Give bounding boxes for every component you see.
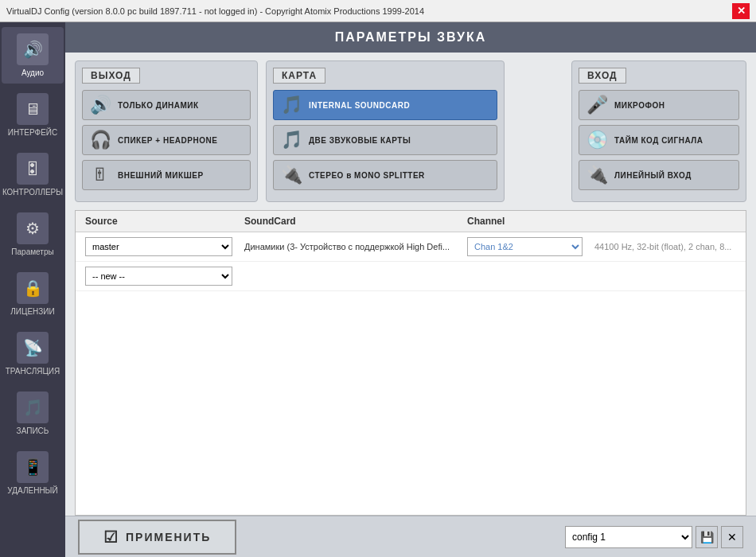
icon-speaker-headphone: 🎧 bbox=[89, 130, 111, 150]
table-area: Source SoundCard Channel master Динамики… bbox=[75, 210, 746, 516]
cell-info-new bbox=[591, 275, 739, 278]
vhod-buttons: 🎤 МИКРОФОН 💿 ТАЙМ КОД СИГНАЛА 🔌 ЛИНЕЙНЫЙ… bbox=[579, 90, 739, 190]
vyhod-section: ВЫХОД 🔊 ТОЛЬКО ДИНАМИК 🎧 СПИКЕР + HEADPH… bbox=[75, 60, 258, 202]
icon-internal-soundcard: 🎵 bbox=[280, 95, 302, 115]
sidebar-item-interface[interactable]: 🖥 ИНТЕРФЕЙС bbox=[2, 87, 64, 143]
label-two-soundcards: ДВЕ ЗВУКОВЫЕ КАРТЫ bbox=[309, 135, 411, 146]
sidebar-item-license[interactable]: 🔒 ЛИЦЕНЗИИ bbox=[2, 266, 64, 322]
sidebar-icon-interface: 🖥 bbox=[17, 93, 49, 125]
vhod-section: ВХОД 🎤 МИКРОФОН 💿 ТАЙМ КОД СИГНАЛА 🔌 ЛИН… bbox=[571, 60, 746, 202]
sidebar-label-record: ЗАПИСЬ bbox=[17, 427, 49, 435]
content-area: ПАРАМЕТРЫ ЗВУКА ВЫХОД 🔊 ТОЛЬКО ДИНАМИК 🎧… bbox=[65, 22, 756, 557]
cell-channel: Chan 1&2 bbox=[464, 236, 591, 258]
table-rows: master Динамики (3- Устройство с поддерж… bbox=[76, 232, 746, 291]
label-external-mixer: ВНЕШНИЙ МИКШЕР bbox=[118, 170, 204, 181]
btn-external-mixer[interactable]: 🎚 ВНЕШНИЙ МИКШЕР bbox=[82, 160, 251, 190]
label-only-speaker: ТОЛЬКО ДИНАМИК bbox=[118, 100, 199, 111]
sidebar-item-broadcast[interactable]: 📡 ТРАНСЛЯЦИЯ bbox=[2, 325, 64, 382]
col-soundcard: SoundCard bbox=[241, 214, 464, 228]
sidebar-label-interface: ИНТЕРФЕЙС bbox=[8, 128, 57, 137]
channel-select[interactable]: Chan 1&2 bbox=[467, 237, 583, 256]
sidebar-icon-license: 🔒 bbox=[17, 272, 49, 304]
cell-source: master bbox=[82, 236, 241, 258]
sidebar: 🔊 Аудио 🖥 ИНТЕРФЕЙС 🎛 КОНТРОЛЛЕРЫ ⚙ Пара… bbox=[0, 22, 65, 557]
config-section: config 1 config 2 config 3 💾 ✕ bbox=[565, 526, 743, 548]
sidebar-item-remote[interactable]: 📱 УДАЛЕННЫЙ bbox=[2, 445, 64, 501]
vhod-title: ВХОД bbox=[579, 68, 626, 84]
icon-external-mixer: 🎚 bbox=[89, 165, 111, 185]
sidebar-icon-settings: ⚙ bbox=[17, 212, 49, 244]
icon-stereo-mono: 🔌 bbox=[280, 165, 302, 185]
cell-soundcard-new bbox=[241, 275, 464, 278]
titlebar: VirtualDJ Config (version 8.0.0 pc build… bbox=[0, 0, 756, 22]
sidebar-item-settings[interactable]: ⚙ Параметры bbox=[2, 206, 64, 263]
sidebar-label-audio: Аудио bbox=[21, 68, 44, 77]
cell-channel-new bbox=[464, 275, 591, 278]
cell-info: 44100 Hz, 32-bit (float), 2 chan, 8... bbox=[591, 240, 739, 253]
sidebar-label-controllers: КОНТРОЛЛЕРЫ bbox=[2, 188, 63, 197]
source-select-new[interactable]: -- new -- bbox=[85, 267, 232, 286]
spacer bbox=[512, 60, 563, 202]
btn-stereo-mono[interactable]: 🔌 СТЕРЕО в MONO SPLITTER bbox=[273, 160, 497, 190]
karta-section: КАРТА 🎵 INTERNAL SOUNDCARD 🎵 ДВЕ ЗВУКОВЫ… bbox=[266, 60, 505, 202]
label-line-in: ЛИНЕЙНЫЙ ВХОД bbox=[614, 170, 692, 181]
col-channel: Channel bbox=[464, 214, 591, 228]
btn-internal-soundcard[interactable]: 🎵 INTERNAL SOUNDCARD bbox=[273, 90, 497, 120]
sidebar-icon-controllers: 🎛 bbox=[17, 153, 49, 185]
sidebar-item-record[interactable]: 🎵 ЗАПИСЬ bbox=[2, 385, 64, 442]
btn-two-soundcards[interactable]: 🎵 ДВЕ ЗВУКОВЫЕ КАРТЫ bbox=[273, 125, 497, 155]
sidebar-item-audio[interactable]: 🔊 Аудио bbox=[2, 27, 64, 84]
col-source: Source bbox=[82, 214, 241, 228]
sidebar-label-remote: УДАЛЕННЫЙ bbox=[7, 486, 57, 495]
col-info bbox=[591, 214, 739, 228]
bottom-bar: ☑ ПРИМЕНИТЬ config 1 config 2 config 3 💾… bbox=[65, 516, 756, 557]
sidebar-icon-record: 🎵 bbox=[17, 391, 49, 423]
label-timecode: ТАЙМ КОД СИГНАЛА bbox=[614, 135, 703, 146]
save-config-button[interactable]: 💾 bbox=[696, 526, 718, 548]
delete-config-button[interactable]: ✕ bbox=[721, 526, 743, 548]
cards-area: ВЫХОД 🔊 ТОЛЬКО ДИНАМИК 🎧 СПИКЕР + HEADPH… bbox=[65, 53, 756, 210]
sidebar-icon-remote: 📱 bbox=[17, 451, 49, 483]
label-stereo-mono: СТЕРЕО в MONO SPLITTER bbox=[309, 170, 425, 181]
sidebar-label-broadcast: ТРАНСЛЯЦИЯ bbox=[6, 367, 60, 376]
btn-speaker-headphone[interactable]: 🎧 СПИКЕР + HEADPHONE bbox=[82, 125, 251, 155]
icon-two-soundcards: 🎵 bbox=[280, 130, 302, 150]
icon-timecode: 💿 bbox=[586, 130, 608, 150]
apply-button[interactable]: ☑ ПРИМЕНИТЬ bbox=[78, 520, 236, 555]
sidebar-label-settings: Параметры bbox=[11, 247, 53, 256]
label-speaker-headphone: СПИКЕР + HEADPHONE bbox=[118, 135, 217, 146]
config-select[interactable]: config 1 config 2 config 3 bbox=[565, 526, 692, 548]
icon-line-in: 🔌 bbox=[586, 165, 608, 185]
vyhod-buttons: 🔊 ТОЛЬКО ДИНАМИК 🎧 СПИКЕР + HEADPHONE 🎚 … bbox=[82, 90, 251, 190]
source-select[interactable]: master bbox=[85, 237, 232, 256]
karta-title: КАРТА bbox=[273, 68, 325, 84]
table-row: -- new -- bbox=[76, 262, 746, 291]
karta-buttons: 🎵 INTERNAL SOUNDCARD 🎵 ДВЕ ЗВУКОВЫЕ КАРТ… bbox=[273, 90, 497, 190]
label-internal-soundcard: INTERNAL SOUNDCARD bbox=[309, 100, 410, 111]
sidebar-icon-audio: 🔊 bbox=[17, 33, 49, 65]
btn-microphone[interactable]: 🎤 МИКРОФОН bbox=[579, 90, 739, 120]
label-microphone: МИКРОФОН bbox=[614, 100, 664, 111]
btn-line-in[interactable]: 🔌 ЛИНЕЙНЫЙ ВХОД bbox=[579, 160, 739, 190]
icon-only-speaker: 🔊 bbox=[89, 95, 111, 115]
sidebar-label-license: ЛИЦЕНЗИИ bbox=[10, 307, 54, 316]
page-header: ПАРАМЕТРЫ ЗВУКА bbox=[65, 22, 756, 53]
btn-timecode[interactable]: 💿 ТАЙМ КОД СИГНАЛА bbox=[579, 125, 739, 155]
table-header: Source SoundCard Channel bbox=[76, 211, 746, 232]
titlebar-title: VirtualDJ Config (version 8.0.0 pc build… bbox=[6, 6, 424, 16]
btn-only-speaker[interactable]: 🔊 ТОЛЬКО ДИНАМИК bbox=[82, 90, 251, 120]
sidebar-item-controllers[interactable]: 🎛 КОНТРОЛЛЕРЫ bbox=[2, 146, 64, 203]
cell-source-new: -- new -- bbox=[82, 265, 241, 287]
vyhod-title: ВЫХОД bbox=[82, 68, 140, 84]
icon-microphone: 🎤 bbox=[586, 95, 608, 115]
close-button[interactable]: ✕ bbox=[732, 3, 750, 19]
apply-icon: ☑ bbox=[103, 528, 119, 547]
table-row: master Динамики (3- Устройство с поддерж… bbox=[76, 232, 746, 262]
cell-soundcard: Динамики (3- Устройство с поддержкой Hig… bbox=[241, 240, 464, 253]
sidebar-icon-broadcast: 📡 bbox=[17, 332, 49, 364]
apply-label: ПРИМЕНИТЬ bbox=[126, 531, 211, 543]
